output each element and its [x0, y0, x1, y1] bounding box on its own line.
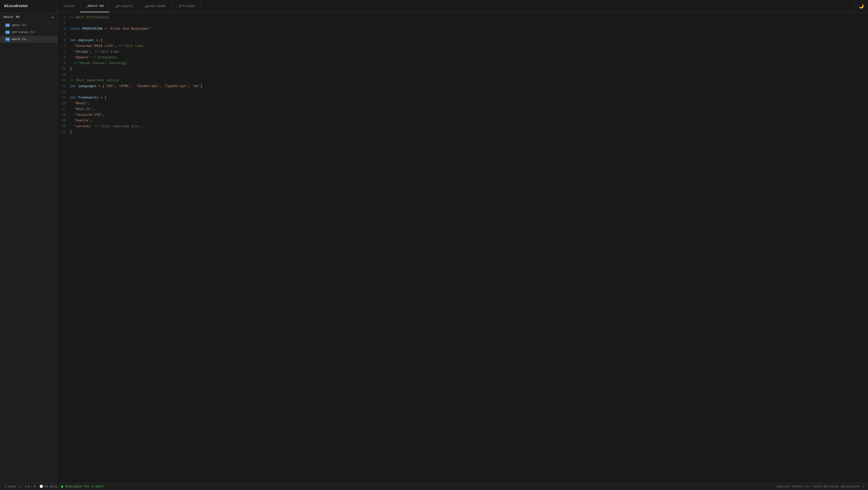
statusbar-right: Special thanks to: Yanka Darelova Wiscak… — [776, 485, 864, 488]
sidebar-file-work[interactable]: TS work.ts — [0, 36, 57, 43]
clock-icon: 🕐 — [39, 485, 43, 488]
code-line-17: 17 'Next.Js', — [57, 106, 868, 112]
code-line-7: 7 'Selego', // Part time — [57, 49, 868, 55]
chevron-up-icon: ▲ — [52, 15, 54, 19]
brand-name: Wiscaksono — [4, 4, 28, 8]
tab-articles[interactable]: _articles — [172, 0, 200, 12]
code-line-11: 11 — [57, 72, 868, 78]
code-line-15: 15 let frameworks = [ — [57, 95, 868, 101]
code-editor[interactable]: 1 // Work Information 2 3 const PROFESSI… — [57, 12, 868, 483]
git-branch: ⎇ main — [4, 485, 16, 488]
availability-status: Available for a work! — [61, 485, 104, 488]
code-line-5: 5 let employer = [ — [57, 37, 868, 43]
sidebar-file-work-label: work.ts — [12, 37, 26, 41]
code-line-20: 20 'Laravel' // still learning this... — [57, 124, 868, 129]
main-content: About Me ▲ TS gear.ts TS personal.ts TS … — [0, 12, 868, 483]
code-line-19: 19 'Svelte', — [57, 118, 868, 124]
git-branch-icon: ⎇ — [4, 485, 7, 488]
sidebar: About Me ▲ TS gear.ts TS personal.ts TS … — [0, 12, 57, 483]
sidebar-file-personal[interactable]: TS personal.ts — [0, 29, 57, 36]
tab-projects[interactable]: _projects — [109, 0, 138, 12]
ts-badge-gear: TS — [5, 24, 10, 27]
tab-guest-book[interactable]: _guest-book — [138, 0, 172, 12]
available-label: Available for a work! — [65, 485, 104, 488]
code-line-14: 14 — [57, 89, 868, 95]
code-line-2: 2 — [57, 20, 868, 26]
code-line-21: 21 ] — [57, 129, 868, 135]
author-label: Wiscaksono — [841, 485, 860, 488]
code-line-16: 16 'React', — [57, 101, 868, 106]
code-line-13: 13 let languages = ['CSS', 'HTML', 'Java… — [57, 84, 868, 89]
time-label: 24 mins — [44, 485, 57, 488]
code-line-6: 6 'Sinarmas MSIG Life', // Full time — [57, 43, 868, 49]
errors-item: ⊘ 0 ⚠ 0 — [25, 485, 36, 488]
header: Wiscaksono _hello _about-me _projects _g… — [0, 0, 868, 12]
statusbar: ⎇ main ↻ ⊘ 0 ⚠ 0 🕐 24 mins Available for… — [0, 483, 868, 490]
time-item: 🕐 24 mins — [39, 485, 57, 488]
code-line-4: 4 — [57, 32, 868, 37]
git-branch-label: main — [8, 485, 16, 488]
moon-icon[interactable]: 🌙 — [859, 4, 864, 9]
error-icon: ⊘ — [25, 485, 27, 488]
github-icon[interactable]: ⌂ — [863, 485, 864, 488]
tab-hello[interactable]: _hello — [57, 0, 80, 12]
tab-about-me[interactable]: _about-me — [80, 0, 109, 12]
code-line-9: 9 //'Falah Inovasi Teknologi' — [57, 61, 868, 66]
code-line-12: 12 // Most important skills — [57, 78, 868, 84]
code-line-3: 3 const PROFESSION = 'Front End Develope… — [57, 26, 868, 32]
brand: Wiscaksono — [0, 0, 57, 12]
code-area: 1 // Work Information 2 3 const PROFESSI… — [57, 12, 868, 137]
sidebar-section-header[interactable]: About Me ▲ — [0, 12, 57, 22]
refresh-item: ↻ — [20, 485, 21, 488]
code-line-1: 1 // Work Information — [57, 14, 868, 20]
theme-toggle-area: 🌙 — [854, 0, 868, 12]
warning-icon: ⚠ — [31, 485, 33, 488]
warning-count: 0 — [34, 485, 36, 488]
sidebar-section-label: About Me — [4, 15, 20, 19]
ts-badge-work: TS — [5, 37, 10, 41]
sidebar-file-gear-label: gear.ts — [12, 23, 26, 27]
statusbar-left: ⎇ main ↻ ⊘ 0 ⚠ 0 🕐 24 mins Available for… — [4, 485, 105, 488]
refresh-icon: ↻ — [20, 485, 21, 488]
thanks-label: Special thanks to: Yanka Darelova — [776, 485, 839, 488]
sidebar-file-gear[interactable]: TS gear.ts — [0, 22, 57, 29]
code-line-10: 10 ] — [57, 66, 868, 72]
error-count: 0 — [28, 485, 30, 488]
code-line-18: 18 'Tailwind CSS', — [57, 112, 868, 118]
sidebar-file-list: TS gear.ts TS personal.ts TS work.ts — [0, 22, 57, 43]
sidebar-file-personal-label: personal.ts — [12, 30, 34, 34]
tab-bar: _hello _about-me _projects _guest-book _… — [57, 0, 854, 12]
code-line-8: 8 'Upwork' // Freelance — [57, 55, 868, 61]
ts-badge-personal: TS — [5, 31, 10, 34]
available-dot — [61, 486, 63, 488]
